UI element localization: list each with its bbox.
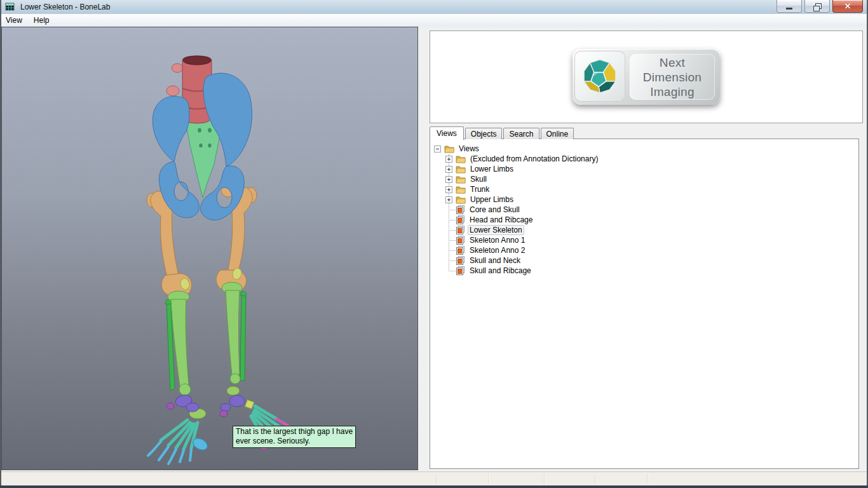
folder-icon — [456, 165, 466, 173]
close-icon — [844, 3, 851, 9]
tree-connector — [449, 210, 456, 210]
tree-connector — [449, 240, 456, 241]
annotation-callout: That is the largest thigh gap I have eve… — [233, 426, 356, 448]
tree-item-excluded-from-annotation-dictionary[interactable]: (Excluded from Annotation Dictionary) — [430, 154, 858, 164]
branding-text: Next Dimension Imaging — [630, 54, 715, 100]
dodecahedron-logo-icon — [574, 51, 625, 102]
tree-item-label: Core and Skull — [468, 205, 522, 215]
tree-item-trunk[interactable]: Trunk — [430, 184, 858, 194]
tree-connector — [449, 261, 456, 261]
folder-icon — [456, 196, 466, 204]
status-bar — [0, 471, 868, 486]
folder-icon — [444, 145, 454, 153]
folder-icon — [456, 186, 466, 194]
tree-item-label: Upper Limbs — [468, 194, 515, 205]
main-area: That is the largest thigh gap I have eve… — [0, 27, 868, 471]
tree-item-label: Skull and Neck — [468, 255, 522, 266]
expand-toggle[interactable] — [445, 166, 452, 173]
window-controls — [776, 0, 863, 13]
bottom-edge — [0, 485, 868, 488]
tree-item-views[interactable]: Views — [430, 144, 858, 154]
tree-item-skeleton-anno-2[interactable]: Skeleton Anno 2 — [430, 245, 858, 255]
tree-connector — [449, 271, 456, 271]
tree-item-lower-skeleton[interactable]: Lower Skeleton — [430, 225, 858, 235]
tree-item-lower-limbs[interactable]: Lower Limbs — [430, 164, 858, 174]
close-button[interactable] — [832, 0, 863, 13]
app-icon — [5, 3, 15, 11]
status-separator — [544, 474, 545, 484]
next-dimension-imaging-banner[interactable]: Next Dimension Imaging — [573, 49, 720, 105]
restore-button[interactable] — [804, 0, 830, 13]
tree-item-skull[interactable]: Skull — [430, 174, 858, 184]
views-tree: Views (Excluded from Annotation Dictiona… — [430, 139, 859, 469]
folder-icon — [456, 175, 466, 184]
tree-connector — [449, 220, 456, 220]
branding-line-1: Next — [660, 55, 685, 70]
branding-panel: Next Dimension Imaging — [430, 30, 863, 123]
tab-strip: ViewsObjectsSearchOnline — [430, 126, 575, 139]
tree-connector — [449, 230, 456, 231]
tree-item-label: (Excluded from Annotation Dictionary) — [468, 154, 600, 164]
view-icon — [456, 266, 465, 275]
branding-line-3: Imaging — [650, 85, 695, 99]
right-panel: Next Dimension Imaging ViewsObjectsSearc… — [419, 27, 867, 471]
branding-line-2: Dimension — [643, 70, 702, 85]
tab-objects[interactable]: Objects — [465, 128, 503, 139]
tree-item-head-and-ribcage[interactable]: Head and Ribcage — [430, 215, 858, 225]
tree-item-skeleton-anno-1[interactable]: Skeleton Anno 1 — [430, 235, 858, 245]
tree-item-skull-and-neck[interactable]: Skull and Neck — [430, 255, 858, 266]
view-icon — [456, 236, 465, 245]
expand-toggle[interactable] — [445, 186, 452, 193]
title-bar: Lower Skeleton - BoneLab — [0, 0, 868, 15]
menu-view[interactable]: View — [0, 14, 28, 27]
window-border-left — [0, 0, 1, 485]
tree-item-upper-limbs[interactable]: Upper Limbs — [430, 194, 858, 205]
tree-item-label: Lower Limbs — [468, 164, 515, 174]
view-icon — [456, 256, 465, 265]
status-separator — [595, 474, 595, 484]
viewport-3d[interactable]: That is the largest thigh gap I have eve… — [1, 27, 418, 470]
tree-item-core-and-skull[interactable]: Core and Skull — [430, 205, 858, 215]
minimize-button[interactable] — [776, 0, 802, 13]
view-icon — [456, 215, 465, 224]
window-title: Lower Skeleton - BoneLab — [18, 3, 110, 11]
status-separator — [488, 474, 489, 484]
view-icon — [456, 205, 465, 214]
skeleton-model — [2, 27, 417, 470]
menu-help[interactable]: Help — [28, 14, 55, 27]
collapse-toggle[interactable] — [434, 146, 441, 152]
tab-search[interactable]: Search — [503, 128, 539, 139]
expand-toggle[interactable] — [445, 176, 452, 183]
expand-toggle[interactable] — [445, 156, 452, 163]
tab-online[interactable]: Online — [541, 128, 574, 139]
tree-item-label: Skull and Ribcage — [468, 266, 533, 276]
menu-bar: ViewHelp — [0, 14, 868, 27]
annotation-line-1: That is the largest thigh gap I have — [236, 427, 353, 437]
view-icon — [456, 226, 465, 234]
tree-item-label: Skeleton Anno 1 — [468, 235, 527, 245]
tree-item-label: Skull — [468, 174, 489, 184]
tree-item-label: Views — [457, 144, 481, 154]
tree-item-label: Lower Skeleton — [468, 225, 524, 235]
tree-connector — [449, 250, 456, 251]
status-separator — [647, 474, 648, 484]
tree-item-skull-and-ribcage[interactable]: Skull and Ribcage — [430, 266, 858, 276]
status-separator — [436, 474, 437, 484]
expand-toggle[interactable] — [445, 196, 452, 203]
annotation-line-2: ever scene. Seriously. — [236, 437, 353, 446]
tree-item-label: Trunk — [468, 184, 491, 194]
tab-views[interactable]: Views — [430, 126, 464, 140]
tree-item-label: Skeleton Anno 2 — [468, 245, 527, 255]
view-icon — [456, 246, 465, 255]
folder-icon — [456, 155, 466, 163]
minimize-icon — [786, 8, 792, 10]
tree-item-label: Head and Ribcage — [468, 215, 534, 225]
restore-icon — [815, 3, 822, 9]
